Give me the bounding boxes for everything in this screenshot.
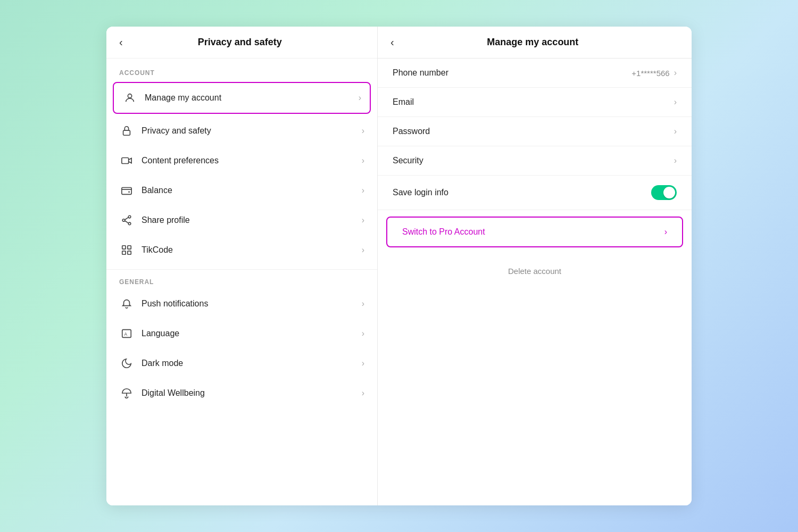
right-panel-title: Manage my account	[403, 37, 663, 48]
moon-icon	[119, 356, 134, 371]
left-back-button[interactable]: ‹	[119, 36, 123, 48]
video-icon	[119, 153, 134, 168]
dark-mode-chevron: ›	[362, 359, 364, 368]
language-chevron: ›	[362, 329, 364, 338]
svg-point-0	[128, 94, 131, 98]
svg-line-8	[125, 218, 129, 220]
svg-point-4	[128, 191, 130, 193]
security-chevron: ›	[674, 156, 677, 165]
svg-rect-10	[122, 246, 126, 249]
svg-rect-1	[123, 130, 130, 135]
right-panel-content: Phone number +1*****566 › Email › Passwo…	[378, 59, 692, 505]
push-notifs-chevron: ›	[362, 299, 364, 309]
detail-item-save-login[interactable]: Save login info	[378, 176, 692, 210]
section-divider	[106, 269, 377, 270]
dark-mode-label: Dark mode	[142, 359, 362, 368]
svg-rect-13	[128, 251, 131, 254]
delete-account-button[interactable]: Delete account	[378, 254, 692, 288]
menu-item-manage-account[interactable]: Manage my account ›	[113, 82, 371, 114]
svg-point-6	[122, 219, 125, 222]
language-label: Language	[142, 329, 362, 338]
right-panel: ‹ Manage my account Phone number +1*****…	[378, 27, 692, 505]
manage-account-label: Manage my account	[145, 93, 359, 103]
detail-item-security[interactable]: Security ›	[378, 146, 692, 176]
left-panel-title: Privacy and safety	[131, 37, 348, 48]
toggle-container	[651, 185, 677, 200]
switch-pro-item[interactable]: Switch to Pro Account ›	[386, 217, 683, 247]
save-login-toggle[interactable]	[651, 185, 677, 200]
tikcode-chevron: ›	[362, 245, 364, 255]
svg-rect-11	[128, 246, 131, 249]
email-label: Email	[393, 97, 674, 107]
svg-rect-2	[122, 158, 129, 164]
phone-value: +1*****566	[631, 69, 669, 78]
svg-line-9	[125, 221, 129, 223]
share-profile-label: Share profile	[142, 215, 362, 225]
bell-icon	[119, 296, 134, 311]
password-label: Password	[393, 127, 674, 136]
content-prefs-label: Content preferences	[142, 156, 362, 165]
switch-pro-chevron: ›	[664, 227, 667, 237]
svg-point-7	[128, 222, 131, 225]
account-section-label: ACCOUNT	[106, 65, 377, 80]
balance-label: Balance	[142, 186, 362, 195]
svg-rect-12	[122, 251, 126, 254]
privacy-chevron: ›	[362, 126, 364, 136]
menu-item-push-notifs[interactable]: Push notifications ›	[106, 289, 377, 319]
share-chevron: ›	[362, 215, 364, 225]
manage-account-chevron: ›	[359, 93, 361, 103]
email-chevron: ›	[674, 97, 677, 107]
menu-item-balance[interactable]: Balance ›	[106, 176, 377, 205]
tikcode-label: TikCode	[142, 245, 362, 255]
menu-item-dark-mode[interactable]: Dark mode ›	[106, 348, 377, 378]
wallet-icon	[119, 183, 134, 198]
left-panel: ‹ Privacy and safety ACCOUNT Manage my a…	[106, 27, 378, 505]
umbrella-icon	[119, 386, 134, 401]
balance-chevron: ›	[362, 186, 364, 195]
menu-item-tikcode[interactable]: TikCode ›	[106, 235, 377, 265]
detail-item-email[interactable]: Email ›	[378, 88, 692, 117]
privacy-label: Privacy and safety	[142, 126, 362, 136]
security-label: Security	[393, 156, 674, 165]
menu-item-language[interactable]: A Language ›	[106, 319, 377, 348]
general-section-label: GENERAL	[106, 274, 377, 289]
svg-text:A: A	[124, 332, 127, 337]
left-panel-content: ACCOUNT Manage my account ›	[106, 59, 377, 505]
phone-chevron: ›	[674, 68, 677, 78]
language-icon: A	[119, 326, 134, 341]
menu-item-share[interactable]: Share profile ›	[106, 205, 377, 235]
svg-point-5	[128, 215, 131, 218]
push-notifs-label: Push notifications	[142, 299, 362, 309]
menu-item-digital-wellbeing[interactable]: Digital Wellbeing ›	[106, 378, 377, 408]
right-panel-header: ‹ Manage my account	[378, 27, 692, 59]
password-chevron: ›	[674, 127, 677, 136]
person-icon	[122, 90, 137, 105]
right-back-button[interactable]: ‹	[390, 36, 394, 48]
phone-label: Phone number	[393, 68, 631, 78]
detail-item-phone[interactable]: Phone number +1*****566 ›	[378, 59, 692, 88]
digital-wellbeing-chevron: ›	[362, 388, 364, 398]
svg-rect-3	[122, 188, 131, 195]
lock-icon	[119, 123, 134, 138]
left-panel-header: ‹ Privacy and safety	[106, 27, 377, 59]
content-prefs-chevron: ›	[362, 156, 364, 165]
switch-pro-label: Switch to Pro Account	[402, 227, 664, 237]
menu-item-content-prefs[interactable]: Content preferences ›	[106, 146, 377, 176]
detail-item-password[interactable]: Password ›	[378, 117, 692, 146]
main-container: ‹ Privacy and safety ACCOUNT Manage my a…	[106, 27, 692, 505]
save-login-label: Save login info	[393, 188, 651, 197]
digital-wellbeing-label: Digital Wellbeing	[142, 388, 362, 398]
menu-item-privacy[interactable]: Privacy and safety ›	[106, 116, 377, 146]
share-icon	[119, 213, 134, 228]
grid-icon	[119, 243, 134, 257]
